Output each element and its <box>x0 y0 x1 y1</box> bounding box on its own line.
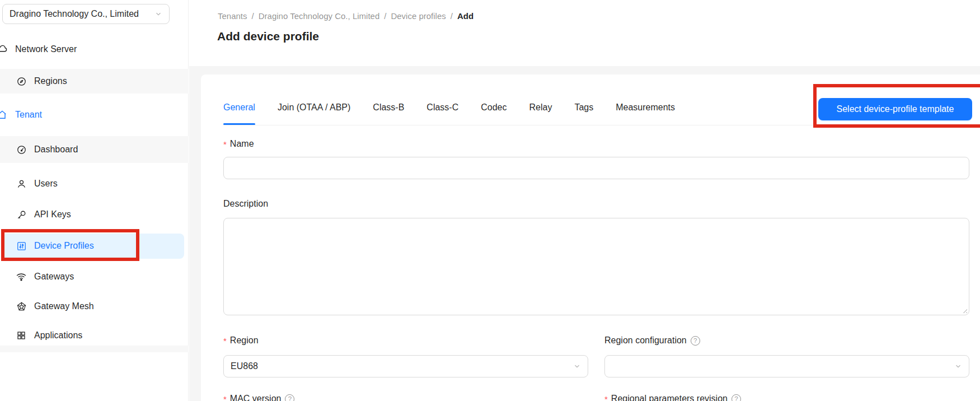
description-textarea[interactable] <box>223 218 969 315</box>
required-marker: * <box>223 139 227 149</box>
sidebar-item-gateway-mesh[interactable]: Gateway Mesh <box>0 295 188 318</box>
name-field-label: * Name <box>223 139 254 149</box>
required-marker: * <box>223 336 227 346</box>
sidebar-item-label: Tenant <box>15 110 42 120</box>
tab-tags[interactable]: Tags <box>574 102 593 116</box>
annotation-box-device-profiles <box>1 229 139 261</box>
wifi-icon <box>16 271 27 282</box>
cloud-icon <box>0 44 8 55</box>
app-window: Dragino Technology Co., Limited Network … <box>0 0 980 401</box>
sidebar-item-applications[interactable]: Applications <box>0 324 188 347</box>
chevron-down-icon <box>573 362 581 370</box>
sidebar-item-dashboard[interactable]: Dashboard <box>0 138 188 161</box>
sidebar-item-gateways[interactable]: Gateways <box>0 265 188 288</box>
tabbar: General Join (OTAA / ABP) Class-B Class-… <box>223 102 675 116</box>
home-icon <box>0 109 8 120</box>
sidebar-item-label: Dashboard <box>34 144 78 155</box>
key-icon <box>16 209 27 220</box>
question-circle-icon[interactable]: ? <box>691 336 700 346</box>
regional-parameters-revision-label-text: Regional parameters revision <box>611 394 728 401</box>
tenant-selector-value: Dragino Technology Co., Limited <box>10 9 154 19</box>
tenant-selector[interactable]: Dragino Technology Co., Limited <box>2 4 170 24</box>
compass-icon <box>16 76 27 87</box>
tab-class-b[interactable]: Class-B <box>373 102 404 116</box>
tab-general[interactable]: General <box>223 102 255 116</box>
breadcrumb-separator: / <box>384 11 386 21</box>
sidebar-item-label: Users <box>34 179 58 189</box>
breadcrumb: Tenants / Dragino Technology Co., Limite… <box>218 11 473 21</box>
region-field-label-text: Region <box>230 335 259 346</box>
sidebar-item-label: Applications <box>34 330 82 341</box>
annotation-box-template-button <box>813 84 980 128</box>
sidebar-item-label: API Keys <box>34 209 71 220</box>
sidebar-item-network-server[interactable]: Network Server <box>0 38 188 60</box>
sidebar-item-label: Regions <box>34 76 67 86</box>
breadcrumb-item-add: Add <box>457 11 473 21</box>
mac-version-label-text: MAC version <box>230 394 282 401</box>
chevron-down-icon <box>154 10 162 18</box>
region-field-label: * Region <box>223 335 259 346</box>
tab-measurements[interactable]: Measurements <box>616 102 675 116</box>
required-marker: * <box>223 394 227 401</box>
region-select-value: EU868 <box>231 361 573 371</box>
sidebar-item-label: Network Server <box>15 44 77 54</box>
sidebar-item-users[interactable]: Users <box>0 172 188 195</box>
sidebar-item-label: Gateways <box>34 272 74 282</box>
name-field-label-text: Name <box>230 139 254 149</box>
appstore-icon <box>16 330 27 341</box>
tab-relay[interactable]: Relay <box>529 102 552 116</box>
user-icon <box>16 178 27 189</box>
description-field-label: Description <box>223 199 268 209</box>
region-configuration-label-text: Region configuration <box>604 335 687 346</box>
breadcrumb-separator: / <box>252 11 254 21</box>
regional-parameters-revision-field-label: * Regional parameters revision ? <box>604 394 741 401</box>
page-title: Add device profile <box>217 30 319 43</box>
sidebar-item-regions[interactable]: Regions <box>0 70 188 92</box>
tab-class-c[interactable]: Class-C <box>426 102 458 116</box>
description-field-label-text: Description <box>223 199 268 209</box>
mac-version-field-label: * MAC version ? <box>223 394 294 401</box>
breadcrumb-separator: / <box>451 11 453 21</box>
name-input[interactable] <box>223 157 969 179</box>
sidebar-item-api-keys[interactable]: API Keys <box>0 203 188 226</box>
breadcrumb-item-device-profiles[interactable]: Device profiles <box>391 11 446 21</box>
tab-join-otaa-abp[interactable]: Join (OTAA / ABP) <box>278 102 350 116</box>
question-circle-icon[interactable]: ? <box>285 394 294 401</box>
region-configuration-field-label: Region configuration ? <box>604 335 700 346</box>
sidebar: Dragino Technology Co., Limited Network … <box>0 0 189 401</box>
region-select[interactable]: EU868 <box>223 355 588 377</box>
question-circle-icon[interactable]: ? <box>732 394 741 401</box>
sidebar-item-tenant[interactable]: Tenant <box>0 104 188 126</box>
breadcrumb-item-tenant-name[interactable]: Dragino Technology Co., Limited <box>259 11 380 21</box>
mesh-icon <box>16 301 27 312</box>
dashboard-icon <box>16 144 27 155</box>
active-tab-indicator <box>223 123 255 125</box>
breadcrumb-item-tenants[interactable]: Tenants <box>218 11 247 21</box>
tab-codec[interactable]: Codec <box>481 102 507 116</box>
chevron-down-icon <box>954 362 962 370</box>
region-configuration-select[interactable] <box>604 355 969 377</box>
sidebar-item-label: Gateway Mesh <box>34 301 94 311</box>
required-marker: * <box>604 394 608 401</box>
